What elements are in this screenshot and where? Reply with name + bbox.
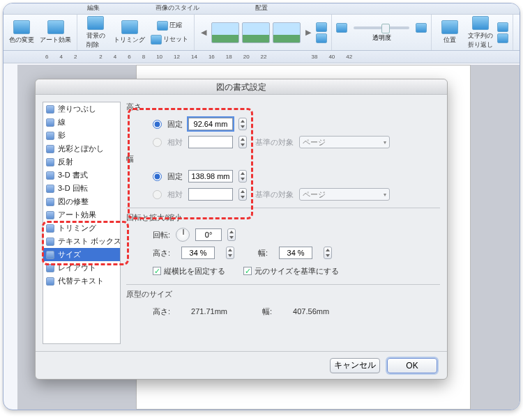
sidebar-item-3d-format[interactable]: 3-D 書式 [43, 169, 120, 182]
height-fixed-input[interactable] [188, 118, 233, 130]
sidebar-item-3d-rotation[interactable]: 3-D 回転 [43, 182, 120, 195]
dialog-footer: キャンセル OK [36, 351, 447, 379]
sidebar-item-corrections[interactable]: 図の修整 [43, 195, 120, 208]
dialog-title: 図の書式設定 [36, 79, 447, 95]
width-fixed-input[interactable] [188, 170, 233, 182]
ribbon-tab-bar: 編集 画像のスタイル 配置 [3, 3, 520, 15]
style-effects-icon[interactable] [316, 33, 327, 43]
scale-width-stepper[interactable] [324, 247, 332, 259]
label-relative: 相対 [167, 189, 183, 200]
section-rotate: 回転と拡大/縮小 [126, 212, 440, 223]
label-height: 高さ: [153, 248, 170, 258]
width-fixed-stepper[interactable] [238, 170, 247, 182]
app-window: 編集 画像のスタイル 配置 色の変更 アート効果 背景の 削除 トリミング 圧縮… [3, 3, 520, 410]
section-height: 高さ [126, 102, 440, 112]
label-relative: 相対 [167, 137, 183, 148]
style-thumb[interactable] [211, 22, 239, 43]
style-thumb[interactable] [242, 22, 270, 43]
label-base: 基準の対象 [255, 189, 294, 200]
section-width: 幅 [126, 154, 440, 164]
sidebar-item-layout[interactable]: レイアウト [43, 261, 120, 274]
width-relative-stepper[interactable] [238, 188, 247, 201]
transparency-slider[interactable]: 透明度 [336, 22, 427, 42]
label-fixed: 固定 [167, 171, 183, 182]
lock-aspect-checkbox[interactable]: ✓縦横比を固定する [153, 266, 225, 277]
sidebar-item-textbox[interactable]: テキスト ボックス [43, 235, 120, 248]
sidebar-item-crop[interactable]: トリミング [43, 221, 120, 235]
horizontal-ruler: 642246810121416182022384042 [3, 51, 520, 63]
ribbon: 色の変更 アート効果 背景の 削除 トリミング 圧縮 リセット ◀ ▶ [3, 15, 520, 51]
wrap-button[interactable]: 文字列の 折り返し [467, 15, 494, 51]
original-height-value: 271.71mm [191, 307, 227, 316]
label-rotation: 回転: [153, 230, 170, 240]
width-base-select[interactable]: ページ▾ [299, 188, 390, 201]
scale-width-input[interactable] [279, 247, 312, 259]
ribbon-tab[interactable]: 編集 [87, 3, 100, 14]
rotation-stepper[interactable] [227, 228, 236, 241]
ribbon-tab[interactable]: 画像のスタイル [156, 3, 199, 14]
style-more-icon[interactable] [316, 22, 327, 32]
use-original-checkbox[interactable]: ✓元のサイズを基準にする [243, 266, 339, 277]
sidebar-item-shadow[interactable]: 影 [43, 129, 120, 142]
sidebar-item-glow[interactable]: 光彩とぼかし [43, 142, 120, 155]
sidebar-item-art-effects[interactable]: アート効果 [43, 208, 120, 221]
reset-button[interactable]: リセット [149, 33, 190, 46]
height-relative-radio[interactable] [153, 138, 162, 147]
original-width-value: 407.56mm [293, 307, 329, 316]
compress-button[interactable]: 圧縮 [149, 20, 190, 32]
format-picture-dialog: 図の書式設定 塗りつぶし 線 影 光彩とぼかし 反射 3-D 書式 3-D 回転… [35, 79, 448, 380]
sidebar-item-alt-text[interactable]: 代替テキスト [43, 274, 120, 288]
rotation-input[interactable] [195, 228, 222, 241]
bg-remove-button[interactable]: 背景の 削除 [82, 15, 109, 51]
style-next-icon[interactable]: ▶ [303, 28, 313, 37]
height-fixed-radio[interactable] [153, 120, 162, 129]
scale-height-stepper[interactable] [226, 247, 234, 259]
style-prev-icon[interactable]: ◀ [199, 28, 209, 37]
cancel-button[interactable]: キャンセル [330, 358, 380, 373]
label-width: 幅: [258, 248, 268, 258]
art-effects-button[interactable]: アート効果 [38, 19, 73, 46]
arrange-icon[interactable] [497, 22, 508, 32]
height-base-select[interactable]: ページ▾ [299, 136, 390, 148]
arrange-icon[interactable] [497, 33, 508, 43]
style-thumb[interactable] [273, 22, 301, 43]
sidebar-item-fill[interactable]: 塗りつぶし [43, 102, 120, 116]
label-base: 基準の対象 [255, 137, 294, 148]
width-relative-radio[interactable] [153, 190, 162, 199]
sidebar-item-reflection[interactable]: 反射 [43, 155, 120, 169]
label-width: 幅: [262, 306, 272, 317]
scale-height-input[interactable] [181, 247, 215, 259]
height-fixed-stepper[interactable] [238, 118, 247, 130]
crop-button[interactable]: トリミング [112, 19, 146, 46]
width-fixed-radio[interactable] [153, 172, 162, 181]
position-button[interactable]: 位置 [436, 19, 464, 46]
ribbon-tab[interactable]: 配置 [255, 3, 268, 14]
recolor-button[interactable]: 色の変更 [8, 19, 36, 46]
sidebar-item-line[interactable]: 線 [43, 116, 120, 129]
rotation-dial[interactable] [176, 228, 190, 242]
height-relative-input[interactable] [188, 136, 233, 148]
ok-button[interactable]: OK [387, 358, 437, 373]
size-panel: 高さ 固定 相対 基準の対象 ページ▾ 幅 [126, 102, 440, 344]
section-original: 原型のサイズ [126, 289, 440, 300]
dialog-sidebar: 塗りつぶし 線 影 光彩とぼかし 反射 3-D 書式 3-D 回転 図の修整 ア… [43, 102, 121, 344]
sidebar-item-size[interactable]: サイズ [43, 248, 120, 261]
label-fixed: 固定 [167, 119, 183, 130]
height-relative-stepper[interactable] [238, 136, 247, 148]
label-height: 高さ: [153, 306, 170, 317]
width-relative-input[interactable] [188, 188, 233, 201]
